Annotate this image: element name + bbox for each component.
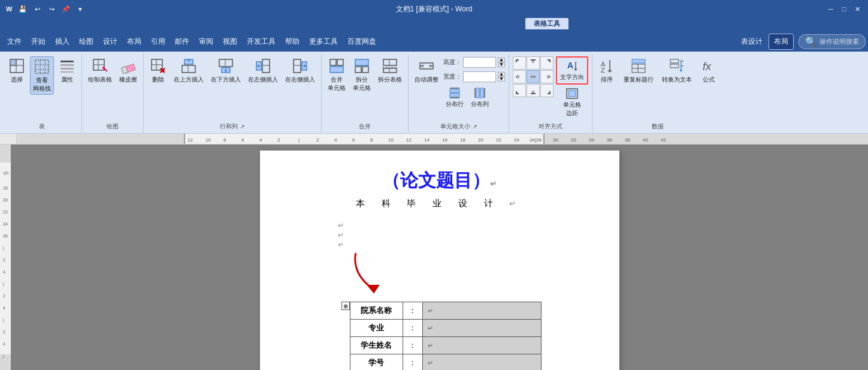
svg-text:26: 26 bbox=[3, 234, 8, 238]
colon-dept: ： bbox=[403, 302, 422, 320]
menu-draw[interactable]: 绘图 bbox=[74, 34, 98, 49]
maximize-button[interactable]: □ bbox=[838, 3, 850, 15]
menu-more[interactable]: 更多工具 bbox=[304, 34, 343, 49]
menu-references[interactable]: 引用 bbox=[146, 34, 170, 49]
auto-fit-button[interactable]: 自动调整 bbox=[412, 56, 441, 85]
ribbon-group-merge: 合并单元格 拆分单元格 bbox=[322, 54, 409, 133]
menu-view[interactable]: 视图 bbox=[218, 34, 242, 49]
align-middle-left[interactable] bbox=[513, 70, 526, 83]
svg-rect-65 bbox=[549, 59, 551, 62]
group-label-align: 对齐方式 bbox=[513, 121, 588, 133]
merge-cells-button[interactable]: 合并单元格 bbox=[325, 56, 348, 94]
menu-help[interactable]: 帮助 bbox=[280, 34, 304, 49]
return-mark-1: ↵ bbox=[338, 221, 595, 230]
svg-rect-53 bbox=[450, 89, 459, 92]
height-spinner[interactable]: ▲ ▼ bbox=[498, 58, 505, 67]
split-cells-button[interactable]: 拆分单元格 bbox=[350, 56, 373, 94]
align-top-left[interactable] bbox=[513, 56, 526, 70]
menu-home[interactable]: 开始 bbox=[26, 34, 50, 49]
cell-margin-label: 单元格边距 bbox=[563, 101, 581, 118]
repeat-header-button[interactable]: 重复标题行 bbox=[621, 56, 656, 85]
tab-table-design[interactable]: 表设计 bbox=[736, 34, 767, 49]
menu-file[interactable]: 文件 bbox=[2, 34, 26, 49]
draw-table-icon bbox=[92, 58, 108, 74]
distribute-buttons: 分布行 分布列 bbox=[443, 85, 505, 110]
menu-mailings[interactable]: 邮件 bbox=[170, 34, 194, 49]
rows-cols-expand[interactable]: ↗ bbox=[240, 124, 245, 130]
svg-rect-123 bbox=[0, 145, 11, 163]
split-table-button[interactable]: 拆分表格 bbox=[376, 56, 404, 85]
delete-button[interactable]: 删除 bbox=[147, 56, 169, 85]
svg-text:8: 8 bbox=[223, 137, 226, 143]
width-down[interactable]: ▼ bbox=[498, 77, 505, 82]
align-bottom-right[interactable] bbox=[540, 84, 554, 97]
svg-rect-6 bbox=[35, 60, 49, 73]
select-icon bbox=[8, 58, 25, 74]
insert-below-button[interactable]: 在下方插入 bbox=[208, 56, 243, 85]
value-student[interactable]: ↵ bbox=[422, 337, 541, 354]
redo-button[interactable]: ↪ bbox=[46, 3, 58, 15]
height-down[interactable]: ▼ bbox=[498, 62, 505, 67]
menu-insert[interactable]: 插入 bbox=[50, 34, 74, 49]
cell-size-expand[interactable]: ↗ bbox=[473, 124, 477, 130]
distribute-rows-label: 分布行 bbox=[446, 100, 464, 109]
distribute-cols-button[interactable]: 分布列 bbox=[468, 85, 491, 110]
text-direction-button[interactable]: A 文字方向 bbox=[558, 58, 586, 83]
table-move-handle[interactable]: ⊕ bbox=[341, 302, 350, 310]
tab-layout[interactable]: 布局 bbox=[769, 34, 794, 50]
height-input[interactable] bbox=[463, 57, 496, 68]
group-label-cell-size: 单元格大小 ↗ bbox=[412, 121, 505, 133]
align-top-center[interactable] bbox=[527, 56, 540, 70]
distribute-rows-button[interactable]: 分布行 bbox=[443, 85, 466, 110]
search-box[interactable]: 🔍 操作说明搜索 bbox=[799, 34, 866, 49]
value-id[interactable]: ↵ bbox=[422, 354, 541, 371]
customize-dropdown[interactable]: ▾ bbox=[74, 3, 86, 15]
select-button[interactable]: 选择 bbox=[6, 56, 28, 85]
insert-left-button[interactable]: 在左侧插入 bbox=[246, 56, 280, 85]
minimize-button[interactable]: ─ bbox=[825, 3, 837, 15]
insert-above-button[interactable]: 在上方插入 bbox=[171, 56, 206, 85]
window-title: 文档1 [兼容模式] - Word bbox=[396, 4, 473, 14]
ruler-container: 12 10 8 6 4 2 | 2 4 6 8 10 12 14 16 18 2… bbox=[0, 134, 868, 145]
menu-baidu[interactable]: 百度网盘 bbox=[343, 34, 381, 49]
align-top-right[interactable] bbox=[540, 56, 554, 70]
width-input[interactable] bbox=[463, 71, 496, 82]
eraser-button[interactable]: 橡皮擦 bbox=[117, 56, 140, 85]
svg-text:20: 20 bbox=[478, 137, 483, 143]
formula-button[interactable]: fx 公式 bbox=[698, 56, 719, 85]
close-button[interactable]: ✕ bbox=[851, 3, 863, 15]
group-content-cell-size: 自动调整 高度： ▲ ▼ 宽度： ▲ ▼ bbox=[412, 54, 505, 121]
menu-layout[interactable]: 布局 bbox=[122, 34, 146, 49]
align-middle-center[interactable] bbox=[527, 70, 540, 83]
document-area: 16↑ 18 20 22 24 26 | 2 4 | 2 4 | 2 4 | （… bbox=[0, 145, 868, 370]
insert-right-button[interactable]: 在右侧插入 bbox=[283, 56, 317, 85]
sort-button[interactable]: A Z 排序 bbox=[596, 56, 618, 85]
gridlines-button[interactable]: 查看网格线 bbox=[30, 56, 54, 95]
value-dept[interactable]: ↵ bbox=[422, 302, 541, 320]
value-major[interactable]: ↵ bbox=[422, 320, 541, 337]
ribbon-group-draw: 绘制表格 橡皮擦 绘图 bbox=[82, 54, 144, 133]
cell-margin-button[interactable]: 单元格边距 bbox=[556, 86, 588, 119]
svg-rect-74 bbox=[531, 93, 536, 94]
pin-button[interactable]: 📌 bbox=[60, 3, 72, 15]
save-button[interactable]: 💾 bbox=[17, 3, 29, 15]
auto-fit-label: 自动调整 bbox=[415, 76, 438, 84]
menu-developer[interactable]: 开发工具 bbox=[242, 34, 280, 49]
undo-button[interactable]: ↩ bbox=[31, 3, 43, 15]
document-scroll[interactable]: （论文题目）↵ 本 科 毕 业 设 计 ↵ ↵ ↵ ↵ ⊕ bbox=[11, 145, 868, 370]
properties-button[interactable]: 属性 bbox=[56, 56, 78, 85]
insert-above-icon bbox=[180, 58, 197, 74]
menu-review[interactable]: 审阅 bbox=[194, 34, 218, 49]
convert-text-button[interactable]: 转换为文本 bbox=[660, 56, 694, 85]
svg-rect-32 bbox=[262, 59, 270, 73]
align-bottom-center[interactable] bbox=[527, 84, 540, 97]
align-middle-right[interactable] bbox=[540, 70, 554, 83]
width-spinner[interactable]: ▲ ▼ bbox=[498, 72, 505, 82]
svg-rect-14 bbox=[61, 71, 74, 73]
align-bottom-left[interactable] bbox=[513, 84, 526, 97]
svg-rect-67 bbox=[517, 75, 519, 79]
svg-text:42: 42 bbox=[661, 137, 666, 143]
table-row: 专业 ： ↵ bbox=[350, 320, 541, 337]
draw-table-button[interactable]: 绘制表格 bbox=[86, 56, 114, 85]
menu-design[interactable]: 设计 bbox=[98, 34, 122, 49]
